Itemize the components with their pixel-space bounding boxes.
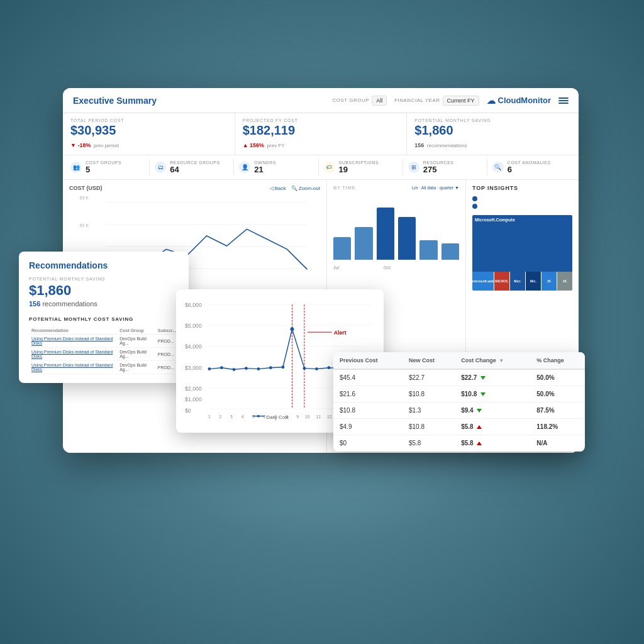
dashboard-header: Executive Summary COST GROUP All FINANCI… (63, 88, 579, 113)
stat-name-2: OWNERS (254, 160, 313, 165)
kpi-monthly-saving: POTENTIAL MONTHLY SAVING $1,860 156 reco… (407, 113, 579, 155)
cost-group-label: COST GROUP (332, 97, 369, 103)
bar-chart-header: BY TIME Lin · All data · quarter ▼ (333, 185, 459, 191)
svg-text:$6,000: $6,000 (185, 302, 202, 308)
treemap-cell-4: 1K (541, 272, 557, 291)
treemap-cell-3: Mic. (526, 272, 541, 291)
new-2: $1.3 (402, 402, 455, 419)
stat-owners: 👤 OWNERS 21 (234, 159, 318, 175)
bar-1 (355, 227, 372, 260)
cost-group-filter[interactable]: COST GROUP All (332, 96, 387, 106)
arrow-down-icon (477, 409, 482, 413)
stat-name-0: COST GROUPS (86, 160, 144, 165)
arrow-down-icon (480, 392, 486, 396)
table-row: $0 $5.8 $5.8 N/A (333, 435, 585, 452)
stat-count-4: 275 (423, 165, 482, 174)
financial-year-filter[interactable]: FINANCIAL YEAR Current FY (394, 96, 479, 106)
svg-text:$5,000: $5,000 (185, 323, 202, 329)
kpi-total-period: TOTAL PERIOD COST $30,935 ▼ -18% prev pe… (63, 113, 235, 155)
change-3: $5.8 (455, 419, 530, 435)
reco-row-2-2: PROD... (155, 361, 179, 374)
stat-name-4: RESOURCES (423, 160, 482, 165)
stat-count-0: 5 (86, 165, 144, 174)
y-label-0: 65 K (80, 196, 89, 200)
top-insights-title: TOP INSIGHTS (472, 185, 572, 191)
reco-row-1-0[interactable]: Using Premium Disks instead of Standard … (29, 348, 117, 361)
stat-resource-groups: 🗂 RESOURCE GROUPS 64 (150, 159, 234, 175)
svg-text:11: 11 (316, 414, 321, 419)
treemap-cell-0: microsoft.web (472, 272, 494, 291)
prev-2: $10.8 (333, 402, 402, 419)
cost-col-change[interactable]: Cost Change ▼ (455, 352, 530, 369)
svg-point-26 (291, 327, 294, 331)
cost-table: Previous Cost New Cost Cost Change ▼ % C… (333, 352, 585, 452)
reco-row-0-0[interactable]: Using Premium Disks instead of Standard … (29, 335, 117, 348)
bars-container: Jul Oct (333, 194, 459, 270)
reco-section-title: POTENTIAL MONTHLY COST SAVING (29, 316, 179, 322)
svg-text:$1,000: $1,000 (185, 396, 202, 402)
insight-dot-2 (472, 204, 477, 209)
treemap-cell-2: Micr. (510, 272, 525, 291)
kpi-projected-fy: PROJECTED FY COST $182,119 ▲ 156% prev F… (235, 113, 408, 155)
stat-text-1: RESOURCE GROUPS 64 (170, 160, 228, 174)
svg-point-21 (233, 368, 236, 371)
reco-row-0-1: DevOps Build Ag... (117, 335, 155, 348)
bar-label-jul: Jul (333, 265, 339, 270)
svg-point-52 (257, 415, 260, 418)
pct-1: 50.0% (530, 386, 585, 402)
table-row: $21.6 $10.8 $10.8 50.0% (333, 386, 585, 402)
svg-point-28 (315, 367, 318, 370)
stat-anomalies: 🔍 COST ANOMALIES 6 (487, 159, 571, 175)
kpi-change-0: ▼ -18% (70, 142, 91, 148)
reco-title: Recommendations (29, 260, 179, 270)
cost-chart-title: COST (USD) (69, 185, 103, 191)
bar-0 (333, 237, 351, 260)
kpi-label-2: POTENTIAL MONTHLY SAVING (414, 118, 571, 123)
svg-point-19 (208, 367, 211, 370)
svg-text:2: 2 (219, 414, 222, 419)
brand-name: CloudMonitor (498, 96, 551, 105)
y-label-1: 60 K (80, 223, 89, 228)
stat-name-5: COST ANOMALIES (508, 160, 566, 165)
svg-text:3: 3 (230, 414, 233, 419)
reco-col-1: Cost Group (117, 327, 155, 335)
stat-text-5: COST ANOMALIES 6 (508, 160, 566, 174)
bar-5 (441, 243, 459, 260)
pct-4: N/A (530, 435, 585, 452)
hamburger-menu[interactable] (558, 97, 569, 104)
reco-row-2-0[interactable]: Using Premium Disks instead of Standard … (29, 361, 117, 374)
kpi-sub-2: recommendations (427, 143, 467, 148)
cost-group-value[interactable]: All (372, 96, 387, 106)
subscriptions-icon: 🏷 (324, 162, 335, 173)
svg-text:10: 10 (305, 414, 310, 419)
cost-col-new: New Cost (402, 352, 455, 369)
reco-row-2-1: DevOps Build Ag... (117, 361, 155, 374)
bar-chart-controls: Lin · All data · quarter ▼ (412, 186, 459, 190)
cost-comparison-panel: Previous Cost New Cost Cost Change ▼ % C… (333, 352, 585, 452)
chart-controls: ◁ Back 🔍 Zoom-out (270, 186, 320, 191)
by-time-label: BY TIME (333, 185, 355, 191)
stat-cost-groups: 👥 COST GROUPS 5 (70, 159, 150, 175)
svg-point-22 (245, 367, 248, 370)
stat-name-3: SUBSCRIPTIONS (339, 160, 397, 165)
reco-count-number: 156 (29, 300, 40, 308)
stats-row: 👥 COST GROUPS 5 🗂 RESOURCE GROUPS 64 👤 O… (63, 155, 579, 180)
stat-subscriptions: 🏷 SUBSCRIPTIONS 19 (319, 159, 403, 175)
treemap-cell-5: 1K (557, 272, 572, 291)
fy-value[interactable]: Current FY (443, 96, 479, 106)
kpi-sub-1: prev FY (267, 143, 285, 148)
svg-point-25 (281, 365, 284, 369)
recommendations-panel: Recommendations POTENTIAL MONTHLY SAVING… (19, 252, 189, 383)
zoom-control[interactable]: 🔍 Zoom-out (291, 186, 320, 191)
back-control[interactable]: ◁ Back (270, 186, 286, 191)
treemap-container: Microsoft.Compute microsoft.web MICROS. … (472, 215, 572, 291)
cost-col-prev: Previous Cost (333, 352, 402, 369)
reco-count: 156 recommendations (29, 300, 179, 308)
stat-count-3: 19 (339, 165, 397, 174)
svg-point-23 (257, 367, 260, 370)
change-4: $5.8 (455, 435, 530, 452)
reco-col-2: Subscr... (155, 327, 179, 335)
pct-0: 50.0% (530, 369, 585, 386)
svg-text:Alert: Alert (334, 330, 347, 336)
change-2: $9.4 (455, 402, 530, 419)
